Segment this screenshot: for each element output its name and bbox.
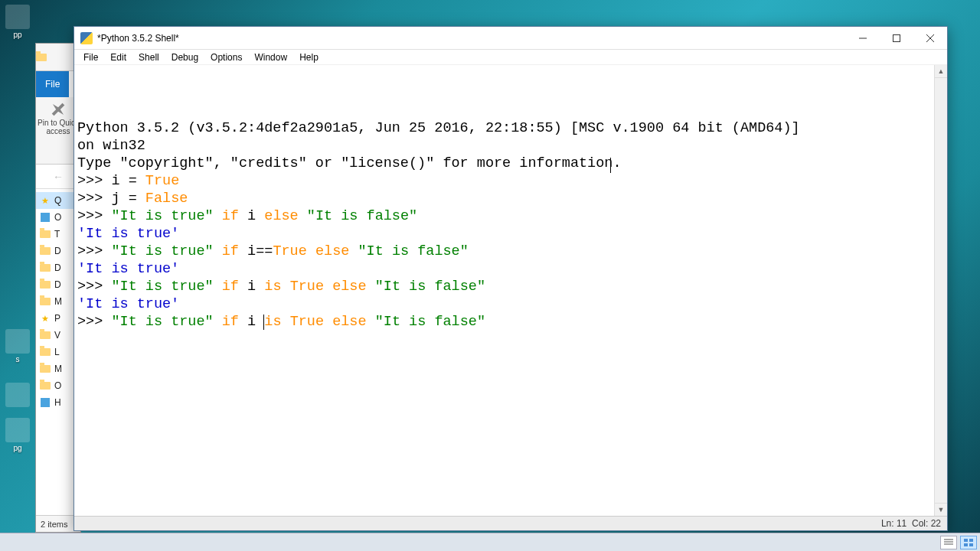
desktop-icon[interactable]: s xyxy=(2,329,34,364)
folder-icon xyxy=(39,329,51,341)
scroll-down-icon[interactable]: ▼ xyxy=(935,503,947,516)
python-icon xyxy=(80,32,93,44)
view-details-button[interactable] xyxy=(940,536,957,549)
desktop-icon[interactable]: pp xyxy=(2,5,34,39)
output-line: 'It is true' xyxy=(77,260,931,278)
folder-icon xyxy=(39,295,51,308)
svg-rect-9 xyxy=(964,543,968,546)
tree-label: M xyxy=(54,364,62,374)
input-line: >>> "It is true" if i==True else "It is … xyxy=(77,243,931,260)
input-line: >>> i = True xyxy=(77,172,931,190)
tree-label: T xyxy=(54,229,60,240)
folder-icon xyxy=(39,262,51,274)
folder-icon xyxy=(39,228,51,240)
output-line: 'It is true' xyxy=(77,295,931,313)
tree-label: D xyxy=(54,279,61,290)
explorer-view-toggle-bar xyxy=(0,533,980,551)
desktop-icon[interactable]: pg xyxy=(2,418,34,452)
explorer-file-tab[interactable]: File xyxy=(36,71,69,97)
star-icon: ★ xyxy=(39,194,51,207)
nav-back-icon[interactable]: ← xyxy=(53,171,64,183)
folder-icon xyxy=(36,54,47,61)
menu-options[interactable]: Options xyxy=(204,51,248,64)
folder-icon xyxy=(39,279,51,291)
svg-rect-8 xyxy=(969,539,973,542)
shell-editor[interactable]: Python 3.5.2 (v3.5.2:4def2a2901a5, Jun 2… xyxy=(74,65,934,516)
minimize-button[interactable] xyxy=(846,27,880,49)
banner-line: Type "copyright", "credits" or "license(… xyxy=(77,155,931,172)
menu-window[interactable]: Window xyxy=(248,51,293,64)
pin-icon[interactable] xyxy=(47,99,69,120)
svg-rect-7 xyxy=(964,539,968,542)
menu-file[interactable]: File xyxy=(77,51,104,64)
vertical-scrollbar[interactable]: ▲ ▼ xyxy=(934,65,947,516)
maximize-button[interactable] xyxy=(880,27,913,49)
tree-label: D xyxy=(54,246,61,256)
menu-debug[interactable]: Debug xyxy=(165,51,204,64)
output-line: 'It is true' xyxy=(77,225,931,243)
svg-rect-10 xyxy=(969,543,973,546)
tree-label: O xyxy=(54,380,61,391)
titlebar[interactable]: *Python 3.5.2 Shell* xyxy=(74,27,947,50)
view-icons-button[interactable] xyxy=(960,536,977,549)
statusbar: Ln: 11 Col: 22 xyxy=(74,516,947,530)
python-shell-window: *Python 3.5.2 Shell* File Edit Shell Deb… xyxy=(74,26,948,531)
scroll-up-icon[interactable]: ▲ xyxy=(935,65,947,78)
menubar: File Edit Shell Debug Options Window Hel… xyxy=(74,50,947,65)
tree-label: H xyxy=(54,397,61,408)
input-line: >>> "It is true" if i is True else "It i… xyxy=(77,313,931,331)
status-column: Col: 22 xyxy=(912,518,941,529)
drive-icon xyxy=(39,211,51,223)
tree-label: D xyxy=(54,262,61,273)
tree-label: Q xyxy=(54,195,61,206)
tree-label: P xyxy=(54,313,60,324)
tree-label: L xyxy=(54,347,60,357)
desktop-icon[interactable] xyxy=(2,383,34,409)
input-line: >>> "It is true" if i else "It is false" xyxy=(77,207,931,225)
close-button[interactable] xyxy=(913,27,947,49)
folder-icon xyxy=(39,245,51,257)
menu-shell[interactable]: Shell xyxy=(132,51,165,64)
folder-icon xyxy=(39,380,51,392)
banner-line: Python 3.5.2 (v3.5.2:4def2a2901a5, Jun 2… xyxy=(77,119,931,155)
star-icon: ★ xyxy=(39,312,51,324)
window-title: *Python 3.5.2 Shell* xyxy=(97,33,846,44)
input-line: >>> "It is true" if i is True else "It i… xyxy=(77,278,931,295)
svg-rect-1 xyxy=(893,34,900,41)
tree-label: O xyxy=(54,212,61,223)
folder-icon xyxy=(39,346,51,358)
tree-label: V xyxy=(54,330,60,341)
menu-edit[interactable]: Edit xyxy=(104,51,132,64)
tree-label: M xyxy=(54,296,62,307)
input-line: >>> j = False xyxy=(77,190,931,207)
drive-icon xyxy=(39,396,51,409)
secondary-caret xyxy=(610,158,611,173)
status-line: Ln: 11 xyxy=(881,518,906,529)
menu-help[interactable]: Help xyxy=(293,51,325,64)
folder-icon xyxy=(39,363,51,375)
